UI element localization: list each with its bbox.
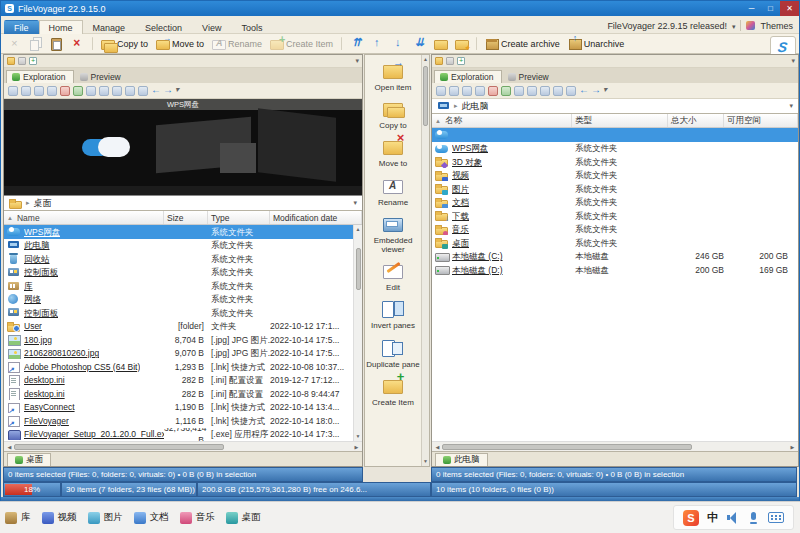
views-icon[interactable] — [86, 86, 96, 96]
table-row[interactable]: 回收站 系统文件夹 — [4, 252, 353, 266]
table-row[interactable]: 180.jpg 8,704 B [.jpg] JPG 图片... 2022-10… — [4, 333, 353, 347]
open-tab-icon[interactable] — [435, 57, 443, 65]
command-button[interactable]: Open item — [365, 57, 421, 95]
table-row[interactable]: 3D 对象 系统文件夹 — [432, 155, 798, 169]
column-header-modification-date[interactable]: Modification date — [270, 211, 362, 224]
folder-up-icon[interactable] — [21, 86, 31, 96]
taskbar-shortcut[interactable]: 桌面 — [226, 511, 261, 524]
properties-icon[interactable] — [112, 86, 122, 96]
table-row[interactable]: 桌面 系统文件夹 — [432, 236, 798, 250]
toolbar-button[interactable] — [431, 36, 450, 51]
nav-drop-icon[interactable] — [603, 86, 612, 96]
scroll-right-icon[interactable]: ▶ — [352, 444, 361, 450]
right-path-bar[interactable]: ▸ 此电脑 ▾ — [432, 99, 798, 114]
tab-preview[interactable]: Preview — [502, 70, 557, 83]
ribbon-tab[interactable]: View — [192, 20, 231, 35]
forward-icon[interactable] — [163, 86, 172, 96]
command-button[interactable]: Create Item — [365, 372, 421, 410]
toolbar-button[interactable] — [476, 37, 477, 50]
tab-new-icon[interactable] — [8, 86, 18, 96]
toolbar-button[interactable] — [389, 36, 408, 51]
ribbon-tab[interactable]: Home — [39, 20, 83, 35]
properties-icon[interactable] — [540, 86, 550, 96]
toolbar-button[interactable] — [68, 36, 87, 51]
back-icon[interactable] — [151, 86, 160, 96]
scroll-down-icon[interactable]: ▼ — [356, 432, 361, 441]
left-path-bar[interactable]: ▸ 桌面 ▾ — [4, 196, 362, 211]
breadcrumb[interactable]: 桌面 — [34, 197, 52, 210]
table-row[interactable]: 文档 系统文件夹 — [432, 196, 798, 210]
column-header-free-space[interactable]: 可用空间 — [724, 114, 798, 127]
tab-list-caret-icon[interactable]: ▾ — [791, 57, 795, 65]
table-row[interactable]: 本地磁盘 (D:) 本地磁盘 200 GB 169 GB — [432, 263, 798, 277]
filter-icon[interactable] — [99, 86, 109, 96]
scroll-up-icon[interactable]: ▲ — [423, 55, 428, 64]
table-row[interactable]: 库 系统文件夹 — [4, 279, 353, 293]
table-row[interactable]: 控制面板 系统文件夹 — [4, 306, 353, 320]
scrollbar-thumb[interactable] — [423, 66, 428, 126]
column-header-size[interactable]: Size — [164, 211, 208, 224]
tab-preview[interactable]: Preview — [74, 70, 129, 83]
history-icon[interactable] — [566, 86, 576, 96]
horizontal-scrollbar[interactable]: ◀ ▶ — [4, 441, 362, 451]
column-header-name[interactable]: ▲ Name — [4, 211, 164, 224]
toolbar-button[interactable] — [368, 36, 387, 51]
table-row[interactable]: 视频 系统文件夹 — [432, 169, 798, 183]
copy-icon[interactable] — [462, 86, 472, 96]
ribbon-tab[interactable]: Tools — [231, 20, 272, 35]
paste-icon[interactable] — [475, 86, 485, 96]
toolbar-button[interactable] — [347, 36, 366, 51]
favorites-icon[interactable] — [125, 86, 135, 96]
tab-list-caret-icon[interactable]: ▾ — [355, 57, 359, 65]
delete-icon[interactable] — [488, 86, 498, 96]
breadcrumb[interactable]: 此电脑 — [462, 100, 489, 113]
column-header-type[interactable]: 类型 — [572, 114, 668, 127]
toolbar-button[interactable]: Unarchive — [565, 36, 628, 51]
left-footer-tab[interactable]: 桌面 — [7, 453, 51, 466]
column-header-name[interactable]: ▲ 名称 — [432, 114, 572, 127]
table-row[interactable]: 2106280810260.jpg 9,070 B [.jpg] JPG 图片.… — [4, 347, 353, 361]
command-column-scrollbar[interactable]: ▲ ▼ — [421, 55, 429, 466]
table-row[interactable]: FileVoyager_Setup_20.1.20.0_Full.exe 32,… — [4, 428, 353, 442]
paste-icon[interactable] — [47, 86, 57, 96]
scroll-left-icon[interactable]: ◀ — [433, 444, 442, 450]
horizontal-scrollbar[interactable]: ◀ ▶ — [432, 441, 798, 451]
toolbar-button[interactable]: Move to — [153, 36, 207, 51]
release-announcement-button[interactable]: FileVoyager 22.9.15 released! — [607, 21, 727, 31]
scroll-left-icon[interactable]: ◀ — [5, 444, 14, 450]
close-button[interactable]: ✕ — [780, 1, 799, 16]
themes-button[interactable]: Themes — [760, 21, 793, 31]
new-tab-button[interactable]: + — [29, 57, 37, 65]
scrollbar-thumb[interactable] — [442, 444, 692, 450]
table-row[interactable]: 音乐 系统文件夹 — [432, 223, 798, 237]
minimize-button[interactable]: ─ — [742, 1, 761, 16]
toolbar-button[interactable] — [341, 37, 342, 50]
ribbon-tab[interactable]: File — [4, 20, 39, 35]
toolbar-button[interactable]: Copy to — [98, 36, 151, 51]
maximize-button[interactable]: □ — [761, 1, 780, 16]
table-row[interactable]: EasyConnect 1,190 B [.lnk] 快捷方式 2022-10-… — [4, 401, 353, 415]
table-row[interactable]: desktop.ini 282 B [.ini] 配置设置 2022-10-8 … — [4, 387, 353, 401]
scrollbar-thumb[interactable] — [356, 248, 361, 290]
history-icon[interactable] — [138, 86, 148, 96]
path-dropdown-icon[interactable]: ▾ — [789, 102, 793, 110]
toolbar-button[interactable]: Create archive — [482, 36, 563, 51]
table-row[interactable]: WPS网盘 系统文件夹 — [4, 225, 353, 239]
command-button[interactable]: Copy to — [365, 95, 421, 133]
folder-up-icon[interactable] — [449, 86, 459, 96]
table-row[interactable]: 控制面板 系统文件夹 — [4, 266, 353, 280]
table-row[interactable]: User [folder] 文件夹 2022-10-12 17:1... — [4, 320, 353, 334]
toolbar-button[interactable] — [5, 36, 24, 51]
scrollbar-thumb[interactable] — [14, 444, 224, 450]
sogou-input-icon[interactable]: S — [683, 510, 699, 526]
chevron-down-icon[interactable] — [732, 21, 736, 31]
keyboard-icon[interactable] — [768, 512, 784, 523]
table-row[interactable]: FileVoyager 1,116 B [.lnk] 快捷方式 2022-10-… — [4, 414, 353, 428]
toolbar-button[interactable]: Create Item — [267, 36, 336, 51]
nav-drop-icon[interactable] — [175, 86, 184, 96]
path-dropdown-icon[interactable]: ▾ — [353, 199, 357, 207]
chinese-mode-indicator[interactable]: 中 — [707, 510, 718, 525]
tab-exploration[interactable]: Exploration — [6, 70, 74, 83]
filter-icon[interactable] — [527, 86, 537, 96]
toolbar-button[interactable] — [410, 36, 429, 51]
